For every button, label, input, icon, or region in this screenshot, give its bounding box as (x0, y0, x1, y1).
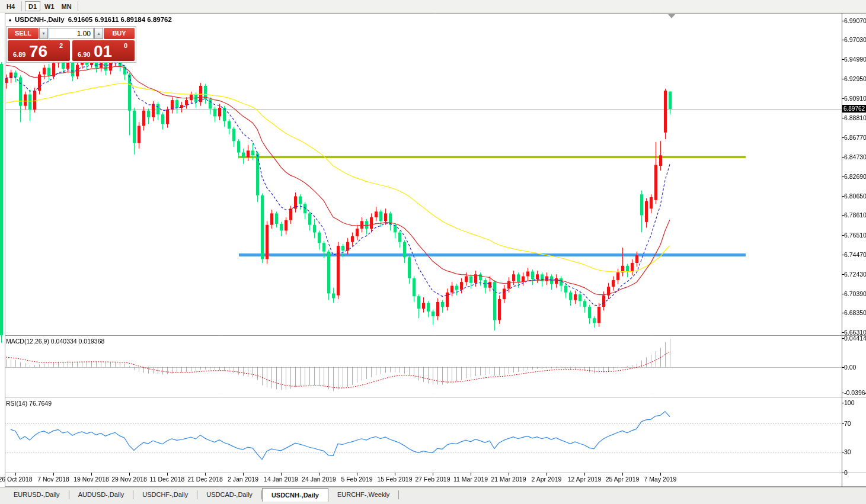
price-axis-label: 6.94990 (844, 56, 866, 63)
date-axis-label: 11 Mar 2019 (453, 476, 488, 483)
tab-audusd-daily[interactable]: AUDUSD-,Daily (69, 488, 133, 502)
date-axis-label: 19 Nov 2018 (74, 476, 109, 483)
timeframe-button-h4[interactable]: H4 (3, 1, 18, 11)
price-axis-label: 6.72430 (844, 271, 866, 278)
price-axis-label: 6.86770 (844, 134, 866, 141)
tab-eurchf-weekly[interactable]: EURCHF-,Weekly (328, 488, 398, 502)
tab-usdcad-daily[interactable]: USDCAD-,Daily (197, 488, 261, 502)
price-axis-label: 6.74470 (844, 251, 866, 258)
one-click-trading-panel: SELL ▼ ▲ BUY 6.89 76 2 6.90 01 0 (6, 26, 136, 63)
date-axis-label: 7 May 2019 (644, 476, 677, 483)
collapse-trade-panel-icon[interactable]: ▲ (8, 17, 12, 23)
date-axis-label: 15 Feb 2019 (378, 476, 413, 483)
date-axis-label: 25 Apr 2019 (606, 476, 640, 483)
price-axis-label: 6.76510 (844, 232, 866, 239)
tab-separator (398, 490, 399, 499)
chart-title-ohlc: 6.91605 6.91611 6.89184 6.89762 (68, 16, 172, 23)
buy-price-sup: 0 (124, 42, 127, 49)
volume-input[interactable] (49, 28, 94, 39)
date-axis-label: 26 Oct 2018 (0, 476, 33, 483)
sell-price-big: 76 (29, 42, 47, 61)
price-axis-label: 6.82690 (844, 173, 866, 180)
date-axis-label: 11 Dec 2018 (150, 476, 185, 483)
rsi-indicator-label: RSI(14) 76.7649 (6, 400, 52, 407)
date-axis-label: 5 Feb 2019 (341, 476, 372, 483)
price-axis-label: 6.70390 (844, 290, 866, 297)
date-axis-label: 7 Nov 2018 (37, 476, 69, 483)
chart-title-symbol: USDCNH-,Daily (15, 16, 65, 23)
date-axis-label: 2 Apr 2019 (532, 476, 562, 483)
rsi-axis-label: 30 (844, 448, 851, 455)
mt4-app: H4D1W1MN ▲USDCNH-,Daily6.91605 6.91611 6… (0, 0, 866, 504)
tab-usdcnh-daily[interactable]: USDCNH-,Daily (262, 488, 328, 502)
date-axis-label: 2 Jan 2019 (228, 476, 258, 483)
price-axis-label: 6.92950 (844, 75, 866, 82)
rsi-axis-label: 100 (844, 399, 855, 406)
date-axis-label: 27 Feb 2019 (416, 476, 450, 483)
volume-decrease-button[interactable]: ▼ (39, 28, 48, 39)
toolbar-separator (78, 1, 78, 11)
buy-price-small: 6.90 (78, 51, 90, 58)
price-axis-label: 6.80650 (844, 192, 866, 200)
macd-indicator-label: MACD(12,26,9) 0.040334 0.019368 (6, 338, 104, 345)
price-axis-label: 6.97030 (844, 36, 866, 43)
chart-title: ▲USDCNH-,Daily6.91605 6.91611 6.89184 6.… (8, 16, 172, 23)
date-axis-label: 12 Apr 2019 (568, 476, 602, 483)
price-axis-label: 6.88810 (844, 114, 866, 121)
buy-button[interactable]: BUY (104, 28, 135, 39)
sell-price-small: 6.89 (13, 51, 25, 58)
date-axis-label: 21 Mar 2019 (491, 476, 526, 483)
timeframe-button-d1[interactable]: D1 (25, 1, 40, 11)
timeframe-toolbar: H4D1W1MN (0, 0, 866, 12)
chart-tab-bar: EURUSD-,DailyAUDUSD-,DailyUSDCHF-,DailyU… (0, 487, 866, 504)
price-axis-label: 6.68350 (844, 309, 866, 316)
price-axis-label: 6.78610 (844, 211, 866, 219)
timeframe-button-mn[interactable]: MN (59, 1, 75, 11)
date-axis-label: 21 Dec 2018 (187, 476, 223, 483)
macd-axis-label: -0.03964 (844, 389, 866, 396)
price-axis-label: 6.90910 (844, 95, 866, 102)
date-axis-label: 29 Nov 2018 (111, 476, 147, 483)
rsi-axis-label: 0 (844, 469, 848, 476)
rsi-axis-label: 70 (844, 420, 851, 427)
buy-price-big: 01 (94, 42, 112, 61)
chart-shift-icon[interactable] (668, 14, 675, 18)
toolbar-separator (21, 1, 22, 11)
sell-button[interactable]: SELL (8, 28, 39, 39)
date-axis-label: 14 Jan 2019 (264, 476, 298, 483)
buy-price-box[interactable]: 6.90 01 0 (72, 40, 135, 61)
chart-canvas[interactable] (0, 0, 866, 504)
timeframe-button-w1[interactable]: W1 (41, 1, 57, 11)
sell-price-sup: 2 (59, 42, 63, 49)
price-axis-label: 6.84730 (844, 153, 866, 160)
macd-axis-label: 0.044143 (844, 335, 866, 342)
volume-increase-button[interactable]: ▲ (94, 28, 103, 39)
price-axis-label: 6.99070 (844, 17, 866, 24)
sell-price-box[interactable]: 6.89 76 2 (8, 40, 70, 61)
tab-usdchf-daily[interactable]: USDCHF-,Daily (133, 488, 197, 502)
current-price-tag: 6.89762 (842, 105, 866, 113)
macd-axis-label: 0.00 (844, 364, 856, 371)
tab-eurusd-daily[interactable]: EURUSD-,Daily (5, 488, 69, 502)
date-axis-label: 24 Jan 2019 (302, 476, 336, 483)
